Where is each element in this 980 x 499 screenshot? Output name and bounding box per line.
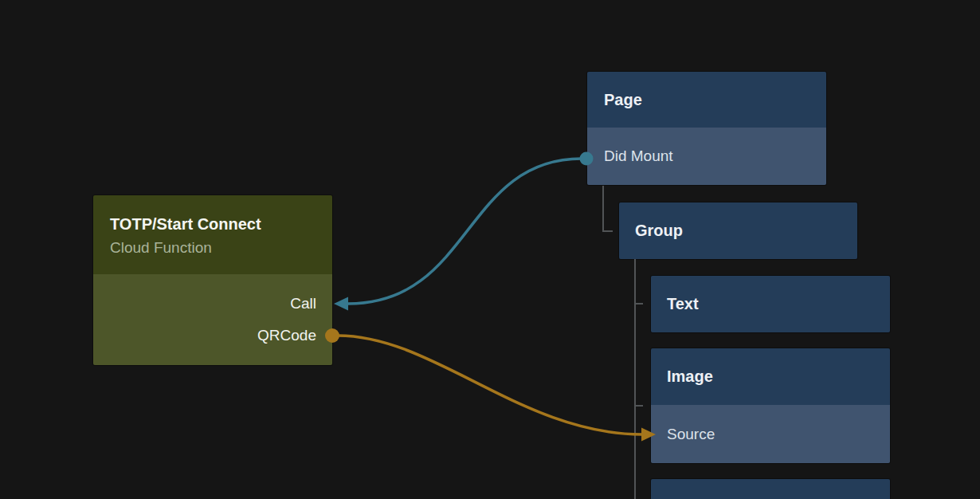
wire-didmount-to-call[interactable]	[348, 159, 582, 304]
tree-node-image-property-source[interactable]: Source	[651, 405, 890, 463]
cloud-function-header: TOTP/Start Connect Cloud Function	[93, 195, 332, 274]
tree-node-group[interactable]: Group	[619, 202, 857, 259]
node-editor-canvas[interactable]: TOTP/Start Connect Cloud Function Call Q…	[0, 0, 980, 499]
tree-node-partial[interactable]	[651, 479, 890, 499]
arrowhead-call	[334, 297, 348, 311]
tree-node-text[interactable]: Text	[651, 276, 890, 332]
tree-node-group-title: Group	[619, 202, 857, 259]
cloud-function-node[interactable]: TOTP/Start Connect Cloud Function Call Q…	[93, 195, 332, 365]
cloud-function-title: TOTP/Start Connect	[110, 213, 316, 236]
tree-node-image[interactable]: Image Source	[651, 348, 890, 463]
tree-node-page[interactable]: Page Did Mount	[587, 72, 826, 185]
tree-connector-page-to-group	[603, 186, 613, 231]
tree-node-page-title: Page	[587, 72, 826, 128]
output-port-qrcode[interactable]: QRCode	[93, 320, 316, 352]
tree-node-page-event-did-mount[interactable]: Did Mount	[587, 128, 826, 185]
cloud-function-subtitle: Cloud Function	[110, 236, 316, 260]
tree-node-image-title: Image	[651, 348, 890, 405]
output-port-call[interactable]: Call	[93, 288, 316, 320]
tree-node-partial-header	[651, 479, 890, 499]
tree-node-text-title: Text	[651, 276, 890, 332]
wire-qrcode-to-source[interactable]	[338, 336, 642, 434]
cloud-function-outputs: Call QRCode	[93, 274, 332, 365]
